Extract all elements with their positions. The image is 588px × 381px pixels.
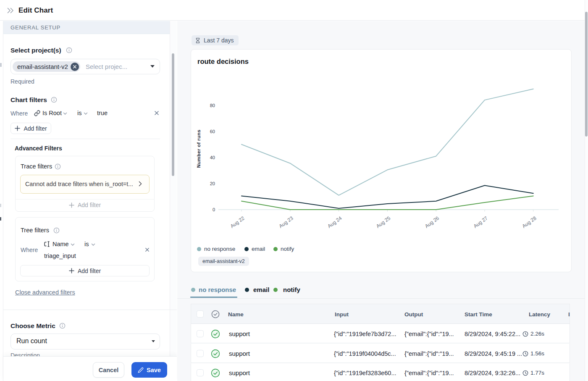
svg-text:0: 0	[213, 207, 215, 212]
svg-text:Aug 28: Aug 28	[521, 215, 538, 229]
svg-text:Number of runs: Number of runs	[196, 129, 201, 168]
svg-text:Aug 24: Aug 24	[326, 215, 343, 229]
svg-text:Aug 23: Aug 23	[278, 215, 294, 229]
svg-text:Aug 22: Aug 22	[229, 215, 246, 229]
svg-text:40: 40	[210, 155, 215, 160]
svg-text:Aug 27: Aug 27	[472, 215, 489, 229]
svg-text:20: 20	[210, 181, 215, 186]
svg-text:Aug 26: Aug 26	[424, 215, 440, 229]
svg-text:80: 80	[210, 103, 215, 108]
svg-text:60: 60	[210, 129, 215, 134]
svg-text:Aug 25: Aug 25	[375, 215, 391, 229]
